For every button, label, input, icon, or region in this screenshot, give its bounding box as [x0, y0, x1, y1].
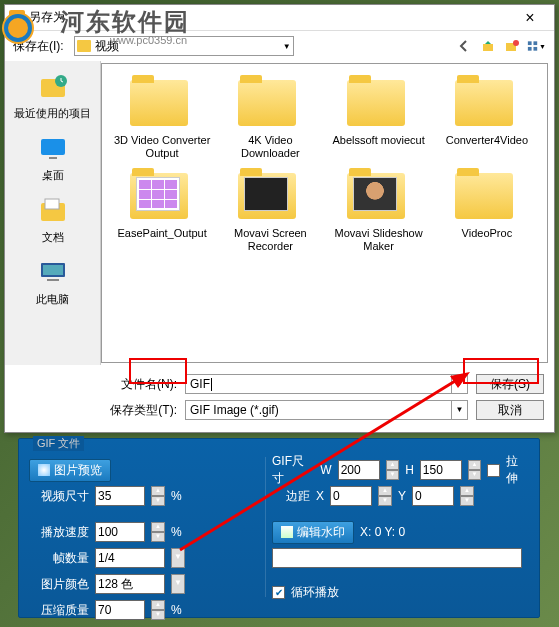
frames-dropdown[interactable] [95, 548, 165, 568]
file-list[interactable]: 3D Video Converter Output 4K Video Downl… [101, 63, 548, 363]
playspeed-label: 播放速度 [29, 524, 89, 541]
preview-icon [38, 464, 50, 476]
step-down[interactable]: ▼ [386, 470, 399, 480]
loop-checkbox[interactable]: ✔ [272, 586, 285, 599]
step-up[interactable]: ▲ [460, 486, 474, 496]
chevron-down-icon[interactable]: ▼ [171, 548, 185, 568]
toolbar: 保存在(I): 视频 ▼ ▼ [5, 31, 554, 61]
svg-rect-8 [533, 47, 537, 51]
gif-settings-panel: GIF 文件 图片预览 视频尺寸 ▲▼ % 播放速度 ▲▼ % 帧数量 ▼ [18, 438, 540, 618]
svg-point-4 [513, 40, 519, 46]
cancel-button[interactable]: 取消 [476, 400, 544, 420]
svg-rect-7 [528, 47, 532, 51]
edit-watermark-button[interactable]: 编辑水印 [272, 521, 354, 544]
svg-rect-12 [49, 157, 57, 159]
save-button[interactable]: 保存(S) [476, 374, 544, 394]
sidebar-item-recent[interactable]: 最近使用的项目 [8, 67, 98, 121]
svg-rect-17 [47, 279, 59, 281]
watermark-preview [272, 548, 522, 568]
file-item[interactable]: Movavi Slideshow Maker [327, 165, 431, 254]
svg-rect-16 [43, 265, 63, 275]
chevron-down-icon[interactable]: ▼ [451, 375, 467, 393]
step-up[interactable]: ▲ [468, 460, 481, 470]
edit-icon [281, 526, 293, 538]
preview-button[interactable]: 图片预览 [29, 459, 111, 482]
svg-rect-6 [533, 41, 537, 45]
new-folder-button[interactable] [502, 36, 522, 56]
titlebar: 另存为 × [5, 5, 554, 31]
places-sidebar: 最近使用的项目 桌面 文档 此电脑 [5, 61, 101, 365]
step-down[interactable]: ▼ [151, 496, 165, 506]
back-button[interactable] [454, 36, 474, 56]
file-item[interactable]: 4K Video Downloader [218, 72, 322, 161]
savein-label: 保存在(I): [13, 38, 64, 55]
step-up[interactable]: ▲ [378, 486, 392, 496]
quality-input[interactable] [95, 600, 145, 620]
recent-icon [35, 69, 71, 105]
file-item[interactable]: Converter4Video [435, 72, 539, 161]
close-button[interactable]: × [510, 6, 550, 30]
step-down[interactable]: ▼ [460, 496, 474, 506]
video-size-input[interactable] [95, 486, 145, 506]
color-label: 图片颜色 [29, 576, 89, 593]
height-input[interactable] [420, 460, 462, 480]
chevron-down-icon: ▼ [283, 42, 291, 51]
sidebar-item-thispc[interactable]: 此电脑 [8, 253, 98, 307]
step-down[interactable]: ▼ [151, 532, 165, 542]
file-item[interactable]: EasePaint_Output [110, 165, 214, 254]
step-down[interactable]: ▼ [378, 496, 392, 506]
margin-label: 边距 [272, 488, 310, 505]
filename-input[interactable]: GIF ▼ [185, 374, 468, 394]
app-icon [9, 10, 25, 26]
color-dropdown[interactable] [95, 574, 165, 594]
chevron-down-icon[interactable]: ▼ [171, 574, 185, 594]
save-as-dialog: 另存为 × 保存在(I): 视频 ▼ ▼ 最近使用的项目 桌面 文档 [4, 4, 555, 433]
svg-rect-11 [41, 139, 65, 155]
margin-y-input[interactable] [412, 486, 454, 506]
width-input[interactable] [338, 460, 380, 480]
sidebar-item-desktop[interactable]: 桌面 [8, 129, 98, 183]
filetype-label: 保存类型(T): [105, 402, 177, 419]
stretch-checkbox[interactable] [487, 464, 500, 477]
gif-size-label: GIF尺寸 [272, 453, 314, 487]
step-up[interactable]: ▲ [151, 486, 165, 496]
step-down[interactable]: ▼ [468, 470, 481, 480]
folder-dropdown[interactable]: 视频 ▼ [74, 36, 294, 56]
quality-label: 压缩质量 [29, 602, 89, 619]
folder-icon [77, 40, 91, 52]
step-up[interactable]: ▲ [151, 600, 165, 610]
sidebar-item-documents[interactable]: 文档 [8, 191, 98, 245]
svg-rect-5 [528, 41, 532, 45]
svg-rect-14 [45, 199, 59, 209]
playspeed-input[interactable] [95, 522, 145, 542]
frames-label: 帧数量 [29, 550, 89, 567]
dialog-title: 另存为 [29, 9, 510, 26]
view-menu-button[interactable]: ▼ [526, 36, 546, 56]
filetype-dropdown[interactable]: GIF Image (*.gif) ▼ [185, 400, 468, 420]
desktop-icon [35, 131, 71, 167]
video-size-label: 视频尺寸 [29, 488, 89, 505]
step-up[interactable]: ▲ [151, 522, 165, 532]
step-down[interactable]: ▼ [151, 610, 165, 620]
file-item[interactable]: VideoProc [435, 165, 539, 254]
file-item[interactable]: Movavi Screen Recorder [218, 165, 322, 254]
watermark-coords: X: 0 Y: 0 [360, 525, 405, 539]
file-item[interactable]: 3D Video Converter Output [110, 72, 214, 161]
filename-label: 文件名(N): [105, 376, 177, 393]
svg-rect-2 [483, 44, 493, 51]
file-item[interactable]: Abelssoft moviecut [327, 72, 431, 161]
chevron-down-icon[interactable]: ▼ [451, 401, 467, 419]
folder-value: 视频 [95, 38, 119, 55]
up-folder-button[interactable] [478, 36, 498, 56]
group-title: GIF 文件 [33, 436, 84, 451]
step-up[interactable]: ▲ [386, 460, 399, 470]
documents-icon [35, 193, 71, 229]
margin-x-input[interactable] [330, 486, 372, 506]
pc-icon [35, 255, 71, 291]
